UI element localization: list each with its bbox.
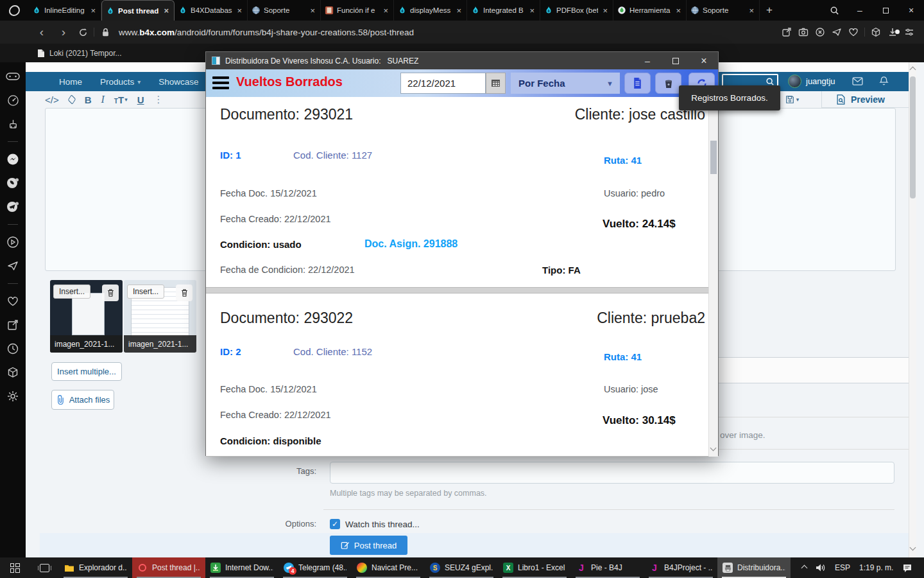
app-scrollbar[interactable] (708, 97, 718, 457)
tray-expand-icon[interactable] (801, 565, 808, 571)
tab-close-icon[interactable]: × (162, 6, 170, 15)
scrollbar-thumb[interactable] (910, 76, 916, 198)
tab-pdfbox[interactable]: PDFBox (bet × (540, 0, 613, 21)
clock[interactable]: 1:19 p. m. (859, 563, 893, 572)
attach-files-button[interactable]: Attach files (51, 390, 114, 410)
bold-button[interactable]: B (85, 94, 92, 105)
taskbar-item-seuz[interactable]: S SEUZ4 gExpl... (425, 557, 498, 578)
app-close-button[interactable]: × (690, 52, 718, 69)
taskbar-item-idm[interactable]: Internet Dow... (205, 557, 278, 578)
calendar-button[interactable] (486, 73, 506, 94)
font-size-button[interactable]: TT▾ (114, 94, 128, 105)
language-indicator[interactable]: ESP (835, 563, 850, 572)
reload-button[interactable] (74, 28, 91, 37)
taskbar-item-excel[interactable]: X Libro1 - Excel (498, 557, 571, 578)
app-maximize-button[interactable] (662, 52, 690, 69)
task-view-button[interactable] (30, 557, 59, 578)
scrollbar-thumb[interactable] (710, 141, 717, 174)
taskbar-item-opera[interactable]: Post thread |... (132, 557, 205, 578)
gx-corner-icon[interactable] (5, 69, 21, 84)
tab-close-icon[interactable]: × (674, 6, 682, 15)
delete-attachment-button[interactable] (176, 285, 193, 301)
nav-showcase[interactable]: Showcase (150, 77, 207, 87)
extensions-cube-icon[interactable] (5, 365, 21, 380)
volume-icon[interactable] (816, 563, 826, 572)
taskbar-item-telegram[interactable]: 4 Telegram (48... (278, 557, 352, 578)
record-card[interactable]: Documento: 293022 Cliente: prueba2 ID: 2… (206, 293, 710, 457)
record-card[interactable]: Documento: 293021 Cliente: jose castillo… (206, 97, 710, 288)
preview-button[interactable]: Preview (821, 91, 916, 108)
attachment-thumbnail[interactable]: Insert... imagen_2021-1... (50, 280, 123, 353)
tab-soporte-1[interactable]: Soporte × (248, 0, 321, 21)
taskbar-item-b4j-project[interactable]: J B4JProject - ... (644, 557, 717, 578)
delete-attachment-button[interactable] (102, 285, 119, 301)
attachment-thumbnail[interactable]: Insert... imagen_2021-1... (124, 280, 196, 353)
avatar[interactable] (788, 74, 801, 88)
camera-icon[interactable] (795, 27, 812, 37)
start-button[interactable] (0, 557, 30, 578)
taskbar-item-navicat[interactable]: Navicat Pre... (352, 557, 425, 578)
date-field[interactable]: 22/12/2021 (400, 73, 486, 94)
italic-button[interactable]: I (101, 94, 105, 105)
taskbar-item-explorer[interactable]: Explorador d... (59, 557, 132, 578)
action-center-icon[interactable] (902, 563, 912, 573)
tab-funcion-if[interactable]: Función if e × (321, 0, 394, 21)
alerts-bell-icon[interactable] (879, 76, 889, 86)
whatsapp-icon[interactable] (5, 175, 21, 191)
inbox-mail-icon[interactable] (852, 77, 863, 85)
tab-close-icon[interactable]: × (601, 6, 609, 15)
report-button[interactable] (624, 73, 651, 94)
page-scrollbar[interactable] (909, 62, 916, 557)
scroll-up-icon[interactable] (910, 67, 916, 73)
tab-herramienta[interactable]: Herramienta × (613, 0, 687, 21)
tab-search-icon[interactable] (821, 0, 847, 21)
scroll-down-icon[interactable] (910, 545, 916, 551)
insert-button[interactable]: Insert... (127, 285, 164, 299)
opera-menu-button[interactable] (0, 0, 28, 21)
tab-close-icon[interactable]: × (89, 6, 97, 15)
forward-button[interactable]: › (53, 25, 74, 39)
new-tab-button[interactable]: + (760, 0, 779, 21)
watch-thread-checkbox[interactable]: ✓ (330, 519, 340, 529)
code-button[interactable]: </> (45, 94, 59, 105)
tab-integrated[interactable]: Integrated B × (467, 0, 540, 21)
tab-close-icon[interactable]: × (309, 6, 316, 15)
bookmark-heart-icon[interactable] (845, 27, 862, 37)
pinboard-icon[interactable] (5, 317, 21, 333)
underline-button[interactable]: U (137, 94, 144, 105)
post-thread-button[interactable]: Post thread (330, 536, 407, 555)
tab-b4xdatabase[interactable]: B4XDatabas × (175, 0, 248, 21)
tab-inlineediting[interactable]: InlineEditing × (28, 0, 101, 21)
tab-close-icon[interactable]: × (748, 6, 755, 15)
insert-multiple-button[interactable]: Insert multiple... (51, 362, 122, 381)
hamburger-menu-icon[interactable] (212, 76, 229, 89)
tags-input[interactable] (330, 462, 894, 484)
window-minimize-button[interactable]: – (847, 0, 873, 21)
tab-close-icon[interactable]: × (528, 6, 536, 15)
tab-close-icon[interactable]: × (235, 6, 243, 15)
extensions-cube-icon[interactable] (868, 27, 884, 37)
back-button[interactable]: ‹ (31, 25, 53, 39)
tab-displaymessage[interactable]: displayMess × (394, 0, 467, 21)
username[interactable]: juangtju (806, 76, 835, 86)
tab-post-thread[interactable]: Post thread × (101, 0, 175, 21)
more-options-icon[interactable]: ⋮ (154, 94, 164, 105)
bookmarks-heart-icon[interactable] (5, 293, 21, 309)
taskbar-item-distribuidora[interactable]: Distribuidora... (717, 557, 791, 578)
speed-dial-icon[interactable] (5, 92, 21, 108)
settings-sliders-icon[interactable] (901, 27, 918, 37)
window-maximize-button[interactable] (873, 0, 898, 21)
nav-products[interactable]: Products▾ (91, 77, 150, 87)
tab-close-icon[interactable]: × (382, 6, 389, 15)
eraser-button[interactable] (67, 94, 76, 105)
cleaner-icon[interactable] (5, 116, 21, 132)
telegram-icon[interactable] (5, 199, 21, 215)
insert-button[interactable]: Insert... (53, 285, 90, 299)
messenger-icon[interactable] (5, 152, 21, 167)
history-clock-icon[interactable] (5, 341, 21, 356)
nav-home[interactable]: Home (50, 77, 91, 87)
tab-close-icon[interactable]: × (455, 6, 463, 15)
window-close-button[interactable]: × (898, 0, 924, 21)
share-pin-icon[interactable] (778, 27, 795, 37)
scroll-down-icon[interactable] (710, 445, 717, 451)
